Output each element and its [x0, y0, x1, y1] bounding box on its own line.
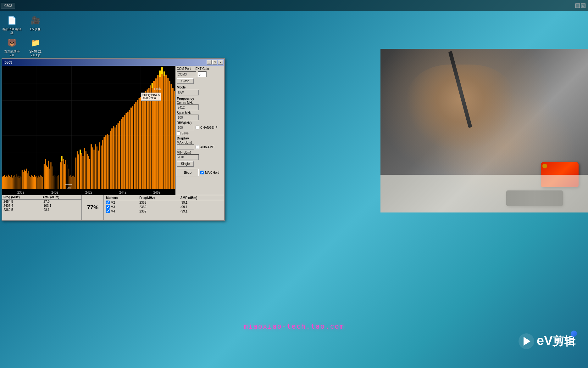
freq-table-header-amp: AMP (dBm)	[41, 195, 81, 200]
centre-mhz-input[interactable]	[177, 105, 199, 110]
centre-input-row	[177, 105, 223, 110]
m2-checkbox-label[interactable]: M2	[106, 201, 137, 204]
svg-rect-94	[89, 159, 90, 189]
svg-rect-51	[39, 177, 40, 189]
freq-label-5: 2462	[153, 191, 160, 194]
ev-logo: eV剪辑	[519, 333, 575, 349]
svg-rect-115	[121, 119, 122, 189]
save-checkbox[interactable]	[177, 131, 180, 135]
m3-label: M3	[111, 205, 115, 209]
com-ext-row: COM Port EXT Gain	[177, 67, 223, 71]
svg-rect-90	[84, 148, 85, 189]
data-table-area: Freq (MHz) AMP (dBm) 2454.5 -27.0 2406.4…	[2, 195, 224, 220]
svg-rect-61	[50, 162, 51, 189]
svg-rect-93	[88, 156, 89, 189]
desktop-icon-pdf[interactable]: 📄 福昕PDF编辑器	[2, 14, 22, 35]
max-dbm-input[interactable]	[177, 144, 194, 150]
app-maximize-btn[interactable]: □	[212, 60, 217, 65]
taskbar: f0503 _ □	[0, 0, 588, 11]
ev-brand-text: eV剪辑	[537, 333, 575, 349]
freq-row-2-freq: 2406.4	[2, 204, 41, 208]
stop-row: Stop MAX Hold	[177, 169, 223, 176]
mode-input[interactable]	[177, 90, 199, 95]
video-panel	[380, 49, 588, 212]
svg-rect-92	[87, 154, 88, 189]
svg-rect-26	[14, 175, 14, 189]
table-row: M2 2362 -99.1	[105, 200, 224, 205]
svg-rect-131	[147, 89, 148, 189]
desktop-icon-zip[interactable]: 📁 SP40-21 2.0.zip	[25, 37, 46, 57]
svg-rect-37	[25, 171, 26, 189]
max-hold-label[interactable]: MAX Hold	[200, 171, 219, 174]
centre-mhz-label: Centre MHz	[177, 101, 223, 105]
svg-rect-22	[10, 177, 11, 189]
icon-group-1: 📄 福昕PDF编辑器 🎥 EV录像	[2, 14, 46, 35]
single-button-row: Single	[177, 161, 223, 167]
svg-rect-73	[64, 164, 65, 189]
change-if-checkbox-label[interactable]: CHANGE IF	[196, 126, 217, 129]
rbw-input[interactable]	[177, 125, 194, 130]
play-triangle-icon	[524, 337, 530, 346]
m3-checkbox-label[interactable]: M3	[106, 205, 137, 209]
m4-checkbox[interactable]	[106, 209, 110, 213]
rbw-label: RBW(kHz)	[177, 121, 223, 125]
maximize-btn-top[interactable]: □	[581, 3, 585, 8]
min-dbm-row	[177, 154, 223, 160]
table-row: 2454.5 -27.0	[2, 200, 81, 204]
m3-checkbox[interactable]	[106, 205, 110, 209]
app-close-btn[interactable]: ×	[218, 60, 223, 65]
svg-rect-122	[132, 106, 133, 189]
svg-rect-146	[174, 91, 175, 189]
span-mhz-input[interactable]	[177, 115, 199, 120]
svg-rect-63	[53, 176, 53, 189]
close-button[interactable]: Close	[177, 78, 194, 84]
taskbar-app[interactable]: f0503	[1, 3, 15, 8]
pdf-icon: 📄	[6, 14, 18, 27]
svg-rect-127	[140, 97, 141, 189]
svg-rect-105	[105, 135, 107, 189]
freq-table-header-freq: Freq (MHz)	[2, 195, 41, 200]
auto-amp-label[interactable]: Auto AMP	[196, 145, 214, 149]
auto-amp-checkbox[interactable]	[196, 145, 199, 149]
svg-rect-152	[80, 150, 81, 154]
svg-rect-140	[164, 71, 165, 189]
com-port-input[interactable]	[177, 71, 196, 77]
svg-rect-98	[95, 144, 96, 189]
min-dbm-input[interactable]	[177, 154, 199, 160]
svg-rect-120	[129, 110, 130, 189]
desktop-icon-bear[interactable]: 🐻 直立式帮手 2.0	[2, 37, 22, 57]
device-indicator	[542, 164, 547, 168]
svg-rect-99	[97, 146, 97, 189]
svg-rect-101	[99, 142, 100, 189]
m2-checkbox[interactable]	[106, 201, 110, 204]
svg-rect-149	[164, 71, 165, 76]
svg-rect-119	[127, 112, 129, 189]
svg-rect-145	[172, 88, 174, 189]
max-hold-checkbox[interactable]	[200, 171, 204, 174]
svg-rect-150	[152, 83, 153, 88]
ev-play-button[interactable]	[519, 333, 534, 349]
svg-rect-31	[19, 178, 19, 189]
desktop-icon-ev[interactable]: 🎥 EV录像	[25, 14, 46, 35]
app-minimize-btn[interactable]: _	[207, 60, 212, 65]
freq-label-3: 2422	[85, 191, 92, 194]
svg-rect-123	[134, 104, 135, 189]
m4-checkbox-label[interactable]: M4	[106, 209, 137, 213]
ev-badge	[571, 331, 577, 337]
m3-amp: -99.1	[179, 205, 224, 209]
zip-icon: 📁	[29, 37, 42, 49]
svg-rect-24	[12, 178, 13, 189]
zip-icon-label: SP40-21 2.0.zip	[25, 50, 46, 57]
svg-rect-89	[82, 156, 83, 189]
single-button[interactable]: Single	[177, 161, 194, 167]
change-if-checkbox[interactable]	[196, 126, 199, 129]
save-checkbox-label[interactable]: Save	[177, 131, 189, 135]
svg-rect-117	[124, 115, 125, 189]
svg-rect-40	[28, 171, 29, 189]
stop-button[interactable]: Stop	[177, 169, 199, 176]
svg-rect-59	[48, 161, 49, 189]
ext-gain-input[interactable]	[198, 71, 207, 77]
minimize-btn-top[interactable]: _	[575, 3, 580, 8]
svg-rect-147	[159, 71, 161, 77]
svg-rect-76	[68, 165, 68, 189]
